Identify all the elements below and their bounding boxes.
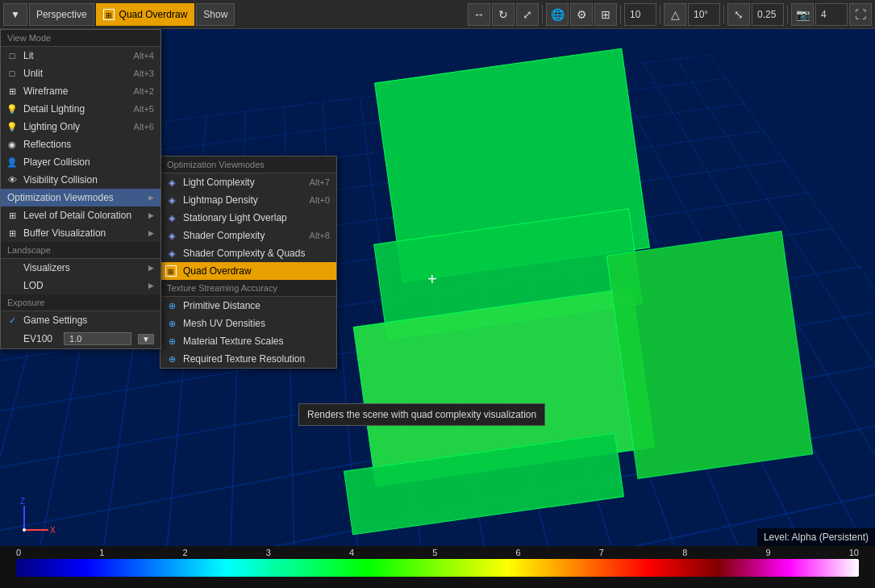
angle-box[interactable]: 10° bbox=[688, 3, 720, 26]
menu-item-light-complexity[interactable]: ◈ Light Complexity Alt+7 bbox=[160, 173, 336, 191]
sep4 bbox=[723, 5, 724, 24]
lightmap-density-shortcut: Alt+0 bbox=[310, 195, 330, 205]
label-8: 8 bbox=[682, 548, 687, 557]
visibility-collision-label: Visibility Collision bbox=[23, 174, 154, 186]
label-1: 1 bbox=[99, 548, 104, 557]
camera-icon[interactable]: 📷 bbox=[791, 3, 814, 26]
label-7: 7 bbox=[599, 548, 604, 557]
tooltip: Renders the scene with quad complexity v… bbox=[298, 403, 545, 426]
colorbar: 0 1 2 3 4 5 6 7 8 9 10 QD bbox=[0, 546, 875, 588]
menu-item-optimization[interactable]: Optimization Viewmodes bbox=[1, 189, 160, 206]
lod-label: LOD bbox=[23, 280, 142, 291]
menu-item-lod[interactable]: LOD bbox=[1, 277, 160, 294]
svg-text:Z: Z bbox=[20, 498, 25, 506]
stationary-light-overlap-icon: ◈ bbox=[165, 211, 178, 224]
shader-complexity-quads-label: Shader Complexity & Quads bbox=[183, 248, 330, 259]
lightmap-density-label: Lightmap Density bbox=[183, 194, 303, 206]
scale-box[interactable]: 0.25 bbox=[752, 3, 784, 26]
ev100-stepper[interactable]: ▼ bbox=[138, 334, 154, 344]
primitive-distance-label: Primitive Distance bbox=[183, 300, 330, 311]
required-texture-resolution-icon: ⊕ bbox=[165, 352, 178, 365]
sep5 bbox=[787, 5, 788, 24]
menu-item-material-texture-scales[interactable]: ⊕ Material Texture Scales bbox=[160, 332, 336, 350]
menu-item-unlit[interactable]: □ Unlit Alt+3 bbox=[1, 65, 160, 82]
menu-item-visualizers[interactable]: Visualizers bbox=[1, 259, 160, 277]
menu-item-lod-coloration[interactable]: ⊞ Level of Detail Coloration bbox=[1, 206, 160, 224]
lighting-only-icon: 💡 bbox=[6, 120, 19, 133]
menu-item-quad-overdraw[interactable]: ⊞ Quad Overdraw bbox=[160, 262, 336, 280]
angle-icon[interactable]: △ bbox=[664, 3, 686, 26]
level-badge: Level: Alpha (Persistent) bbox=[757, 528, 875, 546]
perspective-label: Perspective bbox=[36, 9, 87, 20]
wireframe-icon: ⊞ bbox=[6, 85, 19, 98]
label-10: 10 bbox=[849, 548, 859, 557]
toolbar: ▼ Perspective ⊞ Quad Overdraw Show ↔ ↻ ⤢… bbox=[0, 0, 875, 29]
checkbox-icon: ✓ bbox=[6, 314, 19, 327]
unlit-icon: □ bbox=[6, 67, 19, 80]
shader-complexity-shortcut: Alt+8 bbox=[310, 231, 330, 240]
menu-item-shader-complexity[interactable]: ◈ Shader Complexity Alt+8 bbox=[160, 227, 336, 244]
svg-text:X: X bbox=[50, 526, 56, 535]
shader-complexity-quads-icon: ◈ bbox=[165, 247, 178, 260]
snap-icon[interactable]: ⚙ bbox=[570, 3, 593, 26]
world-icon[interactable]: 🌐 bbox=[546, 3, 569, 26]
texture-section-title: Texture Streaming Accuracy bbox=[160, 280, 336, 297]
wireframe-label: Wireframe bbox=[23, 85, 127, 97]
label-0: 0 bbox=[16, 548, 21, 557]
menu-item-detail-lighting[interactable]: 💡 Detail Lighting Alt+5 bbox=[1, 100, 160, 118]
camera-box[interactable]: 4 bbox=[815, 3, 848, 26]
menu-item-visibility-collision[interactable]: 👁 Visibility Collision bbox=[1, 171, 160, 189]
rotate-icon[interactable]: ↻ bbox=[492, 3, 515, 26]
view-menu-panel: View Mode □ Lit Alt+4 □ Unlit Alt+3 ⊞ Wi… bbox=[0, 29, 161, 349]
menu-item-buffer-viz[interactable]: ⊞ Buffer Visualization bbox=[1, 224, 160, 242]
menu-item-wireframe[interactable]: ⊞ Wireframe Alt+2 bbox=[1, 82, 160, 100]
menu-item-stationary-light-overlap[interactable]: ◈ Stationary Light Overlap bbox=[160, 209, 336, 227]
detail-lighting-shortcut: Alt+5 bbox=[134, 104, 154, 114]
visualizers-label: Visualizers bbox=[23, 262, 142, 273]
unlit-label: Unlit bbox=[23, 68, 127, 79]
material-texture-scales-icon: ⊕ bbox=[165, 335, 178, 348]
reflections-label: Reflections bbox=[23, 139, 154, 150]
viewmode-btn[interactable]: ⊞ Quad Overdraw bbox=[96, 3, 195, 26]
buffer-viz-label: Buffer Visualization bbox=[23, 227, 142, 239]
perspective-btn[interactable]: Perspective bbox=[29, 3, 94, 26]
menu-item-primitive-distance[interactable]: ⊕ Primitive Distance bbox=[160, 297, 336, 315]
shader-complexity-icon: ◈ bbox=[165, 229, 178, 242]
scale2-icon[interactable]: ⤡ bbox=[727, 3, 750, 26]
show-btn[interactable]: Show bbox=[196, 3, 235, 26]
light-complexity-shortcut: Alt+7 bbox=[310, 177, 330, 187]
colorbar-labels: 0 1 2 3 4 5 6 7 8 9 10 bbox=[0, 546, 875, 557]
grid-size-box[interactable]: 10 bbox=[624, 3, 656, 26]
colorbar-gradient: QD bbox=[16, 559, 859, 577]
dropdown-arrow-btn[interactable]: ▼ bbox=[3, 3, 27, 26]
menu-item-lit[interactable]: □ Lit Alt+4 bbox=[1, 47, 160, 65]
lighting-only-shortcut: Alt+6 bbox=[134, 122, 154, 131]
move-icon[interactable]: ↔ bbox=[468, 3, 490, 26]
menu-item-player-collision[interactable]: 👤 Player Collision bbox=[1, 153, 160, 171]
scale-icon[interactable]: ⤢ bbox=[516, 3, 539, 26]
menu-item-game-settings[interactable]: ✓ Game Settings bbox=[1, 311, 160, 329]
quad-overdraw-label: Quad Overdraw bbox=[183, 265, 330, 277]
mesh-uv-densities-label: Mesh UV Densities bbox=[183, 318, 330, 329]
opt-section-title: Optimization Viewmodes bbox=[160, 156, 336, 173]
menu-item-reflections[interactable]: ◉ Reflections bbox=[1, 136, 160, 153]
menu-item-shader-complexity-quads[interactable]: ◈ Shader Complexity & Quads bbox=[160, 244, 336, 262]
label-3: 3 bbox=[266, 548, 271, 557]
grid-icon[interactable]: ⊞ bbox=[594, 3, 617, 26]
view-mode-dropdown: View Mode □ Lit Alt+4 □ Unlit Alt+3 ⊞ Wi… bbox=[0, 29, 161, 349]
lit-label: Lit bbox=[23, 50, 127, 61]
axes-indicator: X Z bbox=[16, 498, 56, 540]
sep3 bbox=[660, 5, 660, 24]
exposure-section-title: Exposure bbox=[1, 294, 160, 311]
level-badge-text: Level: Alpha (Persistent) bbox=[764, 532, 869, 543]
menu-item-lightmap-density[interactable]: ◈ Lightmap Density Alt+0 bbox=[160, 191, 336, 209]
menu-item-lighting-only[interactable]: 💡 Lighting Only Alt+6 bbox=[1, 118, 160, 136]
menu-item-ev100[interactable]: EV100 1.0 ▼ bbox=[1, 329, 160, 348]
menu-item-mesh-uv-densities[interactable]: ⊕ Mesh UV Densities bbox=[160, 315, 336, 332]
ev100-value[interactable]: 1.0 bbox=[64, 332, 131, 345]
maximize-icon[interactable]: ⛶ bbox=[849, 3, 872, 26]
label-9: 9 bbox=[765, 548, 770, 557]
menu-item-required-texture-resolution[interactable]: ⊕ Required Texture Resolution bbox=[160, 350, 336, 368]
tooltip-text: Renders the scene with quad complexity v… bbox=[307, 409, 536, 420]
label-4: 4 bbox=[349, 548, 354, 557]
